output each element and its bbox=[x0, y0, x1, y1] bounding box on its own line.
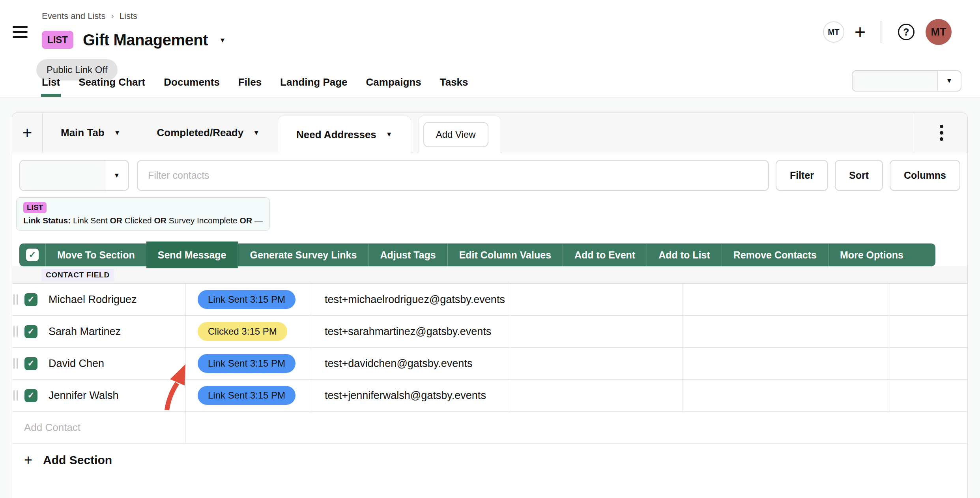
add-contacts-button-header[interactable]: Add Contacts ▼ bbox=[852, 70, 961, 92]
nav-tab-tasks[interactable]: Tasks bbox=[440, 76, 468, 97]
empty-cell[interactable] bbox=[890, 380, 967, 411]
empty-cell[interactable] bbox=[683, 284, 890, 315]
view-tab-label: Main Tab bbox=[61, 127, 105, 139]
action-add-to-event[interactable]: Add to Event bbox=[563, 243, 647, 266]
add-tab-icon[interactable]: + bbox=[12, 113, 42, 153]
view-content: Add Contacts ▼ Filter Sort Columns LIST … bbox=[12, 160, 967, 477]
help-icon[interactable]: ? bbox=[898, 24, 915, 40]
empty-cell[interactable] bbox=[683, 380, 890, 411]
email-cell[interactable]: test+michaelrodriguez@gatsby.events bbox=[312, 284, 511, 315]
email-cell[interactable]: test+sarahmartinez@gatsby.events bbox=[312, 316, 511, 347]
empty-cell[interactable] bbox=[890, 284, 967, 315]
add-contact-row[interactable]: Add Contact bbox=[12, 412, 967, 444]
action-remove-contacts[interactable]: Remove Contacts bbox=[722, 243, 828, 266]
breadcrumb-separator: › bbox=[111, 11, 114, 21]
add-contacts-button-toolbar[interactable]: Add Contacts ▼ bbox=[19, 160, 129, 191]
add-contacts-label: Add Contacts bbox=[853, 71, 937, 92]
nav-tab-landing-page[interactable]: Landing Page bbox=[280, 76, 347, 97]
empty-cell[interactable] bbox=[511, 380, 683, 411]
drag-handle-icon[interactable] bbox=[13, 358, 18, 369]
plus-icon: + bbox=[24, 453, 32, 467]
status-cell[interactable]: Clicked 3:15 PM bbox=[186, 316, 312, 347]
filter-chip-text: Link Status: Link Sent OR Clicked OR Sur… bbox=[23, 216, 263, 225]
columns-button[interactable]: Columns bbox=[890, 160, 960, 191]
contact-rows: ✓Michael RodriguezLink Sent 3:15 PMtest+… bbox=[12, 284, 967, 412]
app-root: Events and Lists›Lists LIST Gift Managem… bbox=[0, 0, 980, 498]
main-area: + Main Tab▼Completed/Ready▼Need Addresse… bbox=[0, 97, 980, 498]
action-move-to-section[interactable]: Move To Section bbox=[45, 243, 146, 266]
status-cell[interactable]: Link Sent 3:15 PM bbox=[186, 348, 312, 379]
row-checkbox[interactable]: ✓ bbox=[24, 357, 37, 370]
view-tab-main-tab[interactable]: Main Tab▼ bbox=[43, 113, 139, 153]
action-generate-survey-links[interactable]: Generate Survey Links bbox=[238, 243, 368, 266]
menu-icon[interactable] bbox=[13, 26, 28, 38]
title-dropdown-icon[interactable]: ▾ bbox=[221, 35, 224, 45]
drag-handle-icon[interactable] bbox=[13, 294, 18, 305]
breadcrumb-item-lists[interactable]: Lists bbox=[120, 11, 137, 21]
row-checkbox[interactable]: ✓ bbox=[24, 293, 37, 306]
view-tab-need-addresses[interactable]: Need Addresses▼ bbox=[278, 116, 411, 153]
list-type-badge: LIST bbox=[23, 202, 47, 213]
status-cell[interactable]: Link Sent 3:15 PM bbox=[186, 284, 312, 315]
action-edit-column-values[interactable]: Edit Column Values bbox=[447, 243, 563, 266]
chevron-down-icon[interactable]: ▼ bbox=[253, 129, 260, 137]
empty-cell[interactable] bbox=[683, 348, 890, 379]
action-add-to-list[interactable]: Add to List bbox=[647, 243, 722, 266]
nav-tab-list[interactable]: List bbox=[42, 76, 60, 97]
action-send-message[interactable]: Send Message bbox=[146, 242, 238, 268]
sort-button[interactable]: Sort bbox=[835, 160, 883, 191]
chevron-down-icon[interactable]: ▼ bbox=[386, 131, 393, 139]
filter-button[interactable]: Filter bbox=[776, 160, 828, 191]
action-more-options[interactable]: More Options bbox=[828, 243, 915, 266]
add-workspace-icon[interactable]: + bbox=[855, 22, 866, 41]
empty-cell[interactable] bbox=[890, 316, 967, 347]
nav-tab-documents[interactable]: Documents bbox=[164, 76, 220, 97]
page-title: Gift Management bbox=[83, 31, 208, 49]
nav-tab-files[interactable]: Files bbox=[238, 76, 262, 97]
breadcrumb-item-events-and-lists[interactable]: Events and Lists bbox=[42, 11, 105, 21]
view-tab-label: Need Addresses bbox=[296, 129, 376, 141]
status-badge: Link Sent 3:15 PM bbox=[198, 354, 295, 373]
table-row-david-chen: ✓David ChenLink Sent 3:15 PMtest+davidch… bbox=[12, 348, 967, 380]
status-cell[interactable]: Link Sent 3:15 PM bbox=[186, 380, 312, 411]
contact-field-header[interactable]: CONTACT FIELD bbox=[41, 269, 114, 281]
email-cell[interactable]: test+davidchen@gatsby.events bbox=[312, 348, 511, 379]
action-adjust-tags[interactable]: Adjust Tags bbox=[368, 243, 447, 266]
list-panel: + Main Tab▼Completed/Ready▼Need Addresse… bbox=[12, 112, 968, 498]
table-row-jennifer-walsh: ✓Jennifer WalshLink Sent 3:15 PMtest+jen… bbox=[12, 380, 967, 412]
nav-tab-campaigns[interactable]: Campaigns bbox=[366, 76, 421, 97]
name-cell: ✓Sarah Martinez bbox=[12, 316, 186, 347]
more-menu-icon[interactable] bbox=[915, 113, 967, 153]
nav-tab-seating-chart[interactable]: Seating Chart bbox=[79, 76, 145, 97]
contact-name: Jennifer Walsh bbox=[49, 389, 119, 402]
add-section-label: Add Section bbox=[43, 453, 112, 467]
select-all-checkbox[interactable]: ✓ bbox=[26, 249, 39, 261]
empty-cell[interactable] bbox=[511, 316, 683, 347]
email-cell[interactable]: test+jenniferwalsh@gatsby.events bbox=[312, 380, 511, 411]
drag-handle-icon[interactable] bbox=[13, 390, 18, 401]
empty-cell[interactable] bbox=[683, 316, 890, 347]
chevron-down-icon[interactable]: ▼ bbox=[105, 161, 128, 190]
drag-handle-icon[interactable] bbox=[13, 326, 18, 337]
status-badge: Link Sent 3:15 PM bbox=[198, 386, 295, 405]
contact-name: Michael Rodriguez bbox=[49, 294, 137, 306]
header-actions: MT + ? MT bbox=[823, 19, 952, 45]
workspace-avatar[interactable]: MT bbox=[823, 21, 844, 43]
contact-name: David Chen bbox=[49, 358, 104, 370]
chevron-down-icon[interactable]: ▼ bbox=[938, 71, 961, 91]
add-view-button[interactable]: Add View bbox=[423, 122, 488, 147]
breadcrumb: Events and Lists›Lists bbox=[42, 11, 137, 21]
filter-contacts-input[interactable] bbox=[137, 160, 769, 191]
row-checkbox[interactable]: ✓ bbox=[24, 389, 37, 402]
empty-cell[interactable] bbox=[511, 284, 683, 315]
name-cell: ✓David Chen bbox=[12, 348, 186, 379]
chevron-down-icon[interactable]: ▼ bbox=[114, 129, 121, 137]
row-checkbox[interactable]: ✓ bbox=[24, 325, 37, 338]
empty-cell[interactable] bbox=[890, 348, 967, 379]
empty-cell[interactable] bbox=[511, 348, 683, 379]
link-status-filter-chip[interactable]: LIST Link Status: Link Sent OR Clicked O… bbox=[16, 197, 270, 231]
add-section-button[interactable]: + Add Section bbox=[12, 444, 967, 477]
status-badge: Link Sent 3:15 PM bbox=[198, 290, 295, 309]
view-tab-completed-ready[interactable]: Completed/Ready▼ bbox=[139, 113, 278, 153]
user-avatar[interactable]: MT bbox=[926, 19, 952, 45]
